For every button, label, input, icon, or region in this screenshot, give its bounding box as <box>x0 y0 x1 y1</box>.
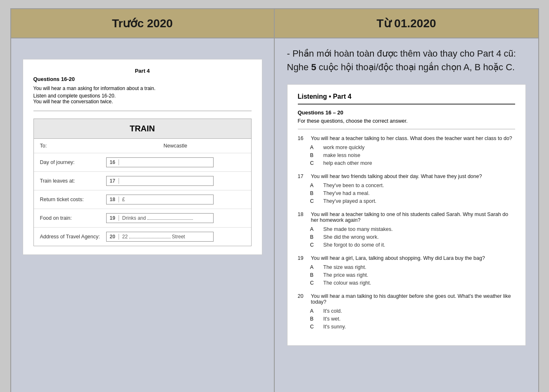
content-row: Part 4 Questions 16-20 You will hear a m… <box>11 38 538 392</box>
input-ticket: 18 £ <box>106 195 214 204</box>
q17-C-letter: C <box>310 198 318 204</box>
q17-content: You will hear two friends talking about … <box>311 173 482 179</box>
part-label: Part 4 <box>33 68 252 74</box>
num-20: 20 <box>110 234 119 240</box>
question-17-text: 17 You will hear two friends talking abo… <box>298 173 515 179</box>
q16-B-text: make less noise <box>323 152 361 158</box>
q19-C-letter: C <box>310 280 318 286</box>
num-19: 19 <box>110 215 119 221</box>
q18-A-letter: A <box>310 226 318 232</box>
num-16: 16 <box>110 159 119 165</box>
header-row: Trước 2020 Từ 01.2020 <box>11 9 538 38</box>
label-to: To: <box>40 143 106 149</box>
q17-A-text: They've been to a concert. <box>323 183 384 188</box>
instruction2-3: Listen and complete questions 16-20. You… <box>33 93 252 105</box>
new-part-rest: cuộc hội thoại/độc thoại ngắn chọn A, B … <box>316 62 515 72</box>
q16-num: 16 <box>298 135 306 141</box>
q20-content: You will hear a man talking to his daugh… <box>311 293 515 305</box>
q19-B-text: The price was right. <box>323 272 368 278</box>
question-block-19: 19 You will hear a girl, Lara, talking a… <box>298 255 515 286</box>
question-block-17: 17 You will hear two friends talking abo… <box>298 173 515 204</box>
exam-card: Part 4 Questions 16-20 You will hear a m… <box>23 59 262 255</box>
q18-optA: A She made too many mistakes. <box>310 226 515 232</box>
q16-optC: C help each other more <box>310 160 515 166</box>
label-day: Day of journey: <box>40 159 106 165</box>
q19-num: 19 <box>298 255 306 261</box>
q17-C-text: They've played a sport. <box>323 198 377 204</box>
q17-B-text: They've had a meal. <box>323 190 370 196</box>
q17-optC: C They've played a sport. <box>310 198 515 204</box>
q20-C-text: It's sunny. <box>323 324 346 330</box>
label-address: Address of Travel Agency: <box>40 234 106 240</box>
label-leaves: Train leaves at: <box>40 178 106 184</box>
train-row-food: Food on train: 19 Drinks and <box>34 209 251 228</box>
q18-B-letter: B <box>310 234 318 240</box>
q17-A-letter: A <box>310 183 318 188</box>
questions-range: Questions 16 – 20 <box>298 109 515 116</box>
q20-optC: C It's sunny. <box>310 324 515 330</box>
content-19: Drinks and <box>122 215 210 221</box>
train-row-leaves: Train leaves at: 17 <box>34 172 251 190</box>
main-container: Trước 2020 Từ 01.2020 Part 4 Questions 1… <box>10 8 539 392</box>
q18-A-text: She made too many mistakes. <box>323 226 393 232</box>
num-17: 17 <box>110 178 119 184</box>
instruction1: You will hear a man asking for informati… <box>33 86 252 91</box>
for-these-questions: For these questions, choose the correct … <box>298 118 515 129</box>
q16-optB: B make less noise <box>310 152 515 158</box>
q17-B-letter: B <box>310 190 318 196</box>
q20-B-letter: B <box>310 316 318 322</box>
q16-content: You will hear a teacher talking to her c… <box>311 135 512 141</box>
question-19-text: 19 You will hear a girl, Lara, talking a… <box>298 255 515 261</box>
instruction2: Listen and complete questions 16-20. <box>33 93 116 99</box>
q16-optA: A work more quickly <box>310 145 515 150</box>
train-table: TRAIN To: Newcastle Day of journey: 16 <box>33 119 252 246</box>
q19-C-text: The colour was right. <box>323 280 371 286</box>
q19-A-text: The size was right. <box>323 264 366 270</box>
q20-optA: A It's cold. <box>310 308 515 314</box>
num-18: 18 <box>110 197 119 202</box>
question-block-16: 16 You will hear a teacher talking to he… <box>298 135 515 166</box>
q16-B-letter: B <box>310 152 318 158</box>
q19-optA: A The size was right. <box>310 264 515 270</box>
listening-header: Listening • Part 4 <box>298 93 515 105</box>
header-right: Từ 01.2020 <box>275 9 538 38</box>
card-divider <box>33 111 252 111</box>
input-food: 19 Drinks and <box>106 213 214 223</box>
input-leaves: 17 <box>106 176 214 186</box>
train-row-to: To: Newcastle <box>34 139 251 153</box>
questions-label: Questions 16-20 <box>33 76 252 82</box>
train-row-address: Address of Travel Agency: 20 22 Street <box>34 228 251 246</box>
train-row-day: Day of journey: 16 <box>34 153 251 172</box>
q18-C-letter: C <box>310 242 318 248</box>
content-18: £ <box>122 197 210 202</box>
new-part-description: - Phần mới hoàn toàn được thêm vào thay … <box>287 47 526 74</box>
q17-num: 17 <box>298 173 306 179</box>
q17-optA: A They've been to a concert. <box>310 183 515 188</box>
label-food: Food on train: <box>40 215 106 221</box>
q18-optB: B She did the wrong work. <box>310 234 515 240</box>
new-exam-card: Listening • Part 4 Questions 16 – 20 For… <box>287 84 526 346</box>
train-title: TRAIN <box>34 119 251 139</box>
q20-A-letter: A <box>310 308 318 314</box>
q18-B-text: She did the wrong work. <box>323 234 379 240</box>
bold-5: 5 <box>311 62 316 72</box>
q16-A-letter: A <box>310 145 318 150</box>
value-to: Newcastle <box>106 143 245 149</box>
q18-content: You will hear a teacher talking to one o… <box>311 211 515 223</box>
input-day: 16 <box>106 157 214 167</box>
header-left: Trước 2020 <box>11 9 275 38</box>
content-20: 22 Street <box>122 234 210 240</box>
q17-optB: B They've had a meal. <box>310 190 515 196</box>
right-panel: - Phần mới hoàn toàn được thêm vào thay … <box>275 38 538 392</box>
q18-optC: C She forgot to do some of it. <box>310 242 515 248</box>
q20-optB: B It's wet. <box>310 316 515 322</box>
q20-C-letter: C <box>310 324 318 330</box>
q19-A-letter: A <box>310 264 318 270</box>
label-ticket: Return ticket costs: <box>40 197 106 202</box>
q19-optC: C The colour was right. <box>310 280 515 286</box>
question-20-text: 20 You will hear a man talking to his da… <box>298 293 515 305</box>
question-block-18: 18 You will hear a teacher talking to on… <box>298 211 515 248</box>
q16-C-text: help each other more <box>323 160 372 166</box>
question-block-20: 20 You will hear a man talking to his da… <box>298 293 515 330</box>
question-18-text: 18 You will hear a teacher talking to on… <box>298 211 515 223</box>
